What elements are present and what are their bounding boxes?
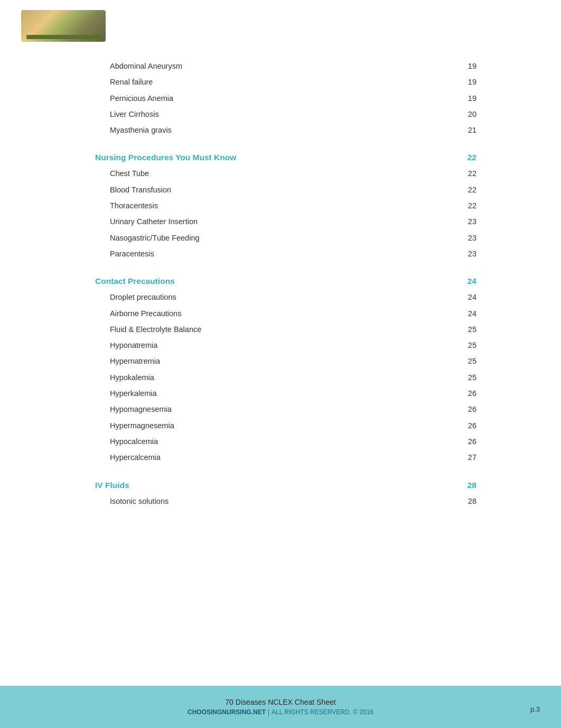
list-item: Hyperkalemia 26 bbox=[95, 385, 476, 401]
item-label: Hypomagnesemia bbox=[110, 404, 455, 414]
list-item: Paracentesis 23 bbox=[95, 246, 476, 262]
section-title: Nursing Procedures You Must Know bbox=[95, 153, 236, 162]
item-label: Urinary Catheter Insertion bbox=[110, 216, 455, 227]
item-label: Hypermagnesemia bbox=[110, 420, 455, 431]
list-item: Renal failure 19 bbox=[95, 74, 476, 90]
item-label: Isotonic solutions bbox=[110, 496, 455, 506]
list-item: Droplet precautions 24 bbox=[95, 289, 476, 305]
toc-group-1: Abdominal Aneurysm 19 Renal failure 19 P… bbox=[95, 58, 476, 138]
page-number: 19 bbox=[455, 93, 476, 104]
toc-section-iv-fluids: IV Fluids 28 Isotonic solutions 28 bbox=[95, 481, 476, 509]
list-item: Nasogastric/Tube Feeding 23 bbox=[95, 230, 476, 246]
page-number: 26 bbox=[455, 404, 476, 414]
item-label: Droplet precautions bbox=[110, 292, 455, 302]
toc-section-nursing-procedures: Nursing Procedures You Must Know 22 Ches… bbox=[95, 153, 476, 262]
item-label: Hyperkalemia bbox=[110, 388, 455, 399]
logo bbox=[21, 10, 106, 42]
footer: 70 Diseases NCLEX Cheat Sheet CHOOSINGNU… bbox=[0, 686, 561, 728]
page-number: 24 bbox=[455, 292, 476, 302]
page-number: 19 bbox=[455, 77, 476, 87]
item-label: Pernicious Anemia bbox=[110, 93, 455, 104]
page-number: 20 bbox=[455, 109, 476, 119]
item-label: Nasogastric/Tube Feeding bbox=[110, 233, 455, 243]
list-item: Fluid & Electrolyte Balance 25 bbox=[95, 321, 476, 337]
list-item: Urinary Catheter Insertion 23 bbox=[95, 214, 476, 229]
section-page: 24 bbox=[455, 277, 476, 286]
page-number: 23 bbox=[455, 216, 476, 227]
item-label: Hypernatremia bbox=[110, 356, 455, 366]
section-page: 28 bbox=[455, 481, 476, 490]
item-label: Fluid & Electrolyte Balance bbox=[110, 324, 455, 335]
list-item: Airborne Precautions 24 bbox=[95, 306, 476, 321]
item-label: Hypocalcemia bbox=[110, 436, 455, 447]
list-item: Isotonic solutions 28 bbox=[95, 493, 476, 509]
toc-section-contact-precautions: Contact Precautions 24 Droplet precautio… bbox=[95, 277, 476, 465]
list-item: Hypercalcemia 27 bbox=[95, 449, 476, 465]
page-number: 23 bbox=[455, 233, 476, 243]
item-label: Abdominal Aneurysm bbox=[110, 61, 455, 71]
footer-separator: | bbox=[268, 708, 269, 716]
item-label: Renal failure bbox=[110, 77, 455, 87]
main-content: Abdominal Aneurysm 19 Renal failure 19 P… bbox=[0, 48, 561, 520]
list-item: Hypomagnesemia 26 bbox=[95, 401, 476, 417]
page-number: 27 bbox=[455, 452, 476, 463]
page-number: 26 bbox=[455, 420, 476, 431]
item-label: Hypokalemia bbox=[110, 372, 455, 383]
page-number: 23 bbox=[455, 248, 476, 259]
footer-bottom: CHOOSINGNURSING.NET | ALL RIGHTS RESERVE… bbox=[188, 708, 373, 716]
footer-link[interactable]: CHOOSINGNURSING.NET bbox=[188, 708, 266, 716]
item-label: Myasthenia gravis bbox=[110, 125, 455, 135]
page-number: 21 bbox=[455, 125, 476, 135]
section-header: IV Fluids 28 bbox=[95, 481, 476, 490]
footer-rights: ALL RIGHTS RESERVERD. © 2016 bbox=[272, 708, 373, 716]
list-item: Pernicious Anemia 19 bbox=[95, 90, 476, 106]
section-header: Contact Precautions 24 bbox=[95, 277, 476, 286]
page-number: 24 bbox=[455, 308, 476, 319]
item-label: Blood Transfusion bbox=[110, 185, 455, 195]
page-number: p.3 bbox=[530, 705, 540, 713]
list-item: Chest Tube 22 bbox=[95, 165, 476, 181]
page-number: 25 bbox=[455, 356, 476, 366]
item-label: Thoracentesis bbox=[110, 200, 455, 211]
page-number: 22 bbox=[455, 200, 476, 211]
page-number: 26 bbox=[455, 388, 476, 399]
list-item: Hypocalcemia 26 bbox=[95, 434, 476, 449]
page-number: 25 bbox=[455, 372, 476, 383]
section-header: Nursing Procedures You Must Know 22 bbox=[95, 153, 476, 162]
list-item: Hypernatremia 25 bbox=[95, 353, 476, 369]
list-item: Blood Transfusion 22 bbox=[95, 182, 476, 198]
item-label: Hyponatremia bbox=[110, 340, 455, 351]
item-label: Chest Tube bbox=[110, 168, 455, 179]
list-item: Abdominal Aneurysm 19 bbox=[95, 58, 476, 74]
section-title: IV Fluids bbox=[95, 481, 129, 490]
list-item: Liver Cirrhosis 20 bbox=[95, 106, 476, 122]
page-number: 28 bbox=[455, 496, 476, 506]
page-number: 25 bbox=[455, 340, 476, 351]
page-number: 22 bbox=[455, 185, 476, 195]
item-label: Liver Cirrhosis bbox=[110, 109, 455, 119]
page-number: 19 bbox=[455, 61, 476, 71]
page-number: 26 bbox=[455, 436, 476, 447]
item-label: Paracentesis bbox=[110, 248, 455, 259]
list-item: Thoracentesis 22 bbox=[95, 198, 476, 214]
list-item: Myasthenia gravis 21 bbox=[95, 122, 476, 138]
list-item: Hyponatremia 25 bbox=[95, 337, 476, 353]
list-item: Hypokalemia 25 bbox=[95, 370, 476, 385]
footer-title: 70 Diseases NCLEX Cheat Sheet bbox=[225, 698, 335, 706]
section-page: 22 bbox=[455, 153, 476, 162]
list-item: Hypermagnesemia 26 bbox=[95, 418, 476, 434]
page-number: 22 bbox=[455, 168, 476, 179]
header bbox=[0, 0, 561, 48]
item-label: Hypercalcemia bbox=[110, 452, 455, 463]
section-title: Contact Precautions bbox=[95, 277, 175, 286]
page-number: 25 bbox=[455, 324, 476, 335]
item-label: Airborne Precautions bbox=[110, 308, 455, 319]
